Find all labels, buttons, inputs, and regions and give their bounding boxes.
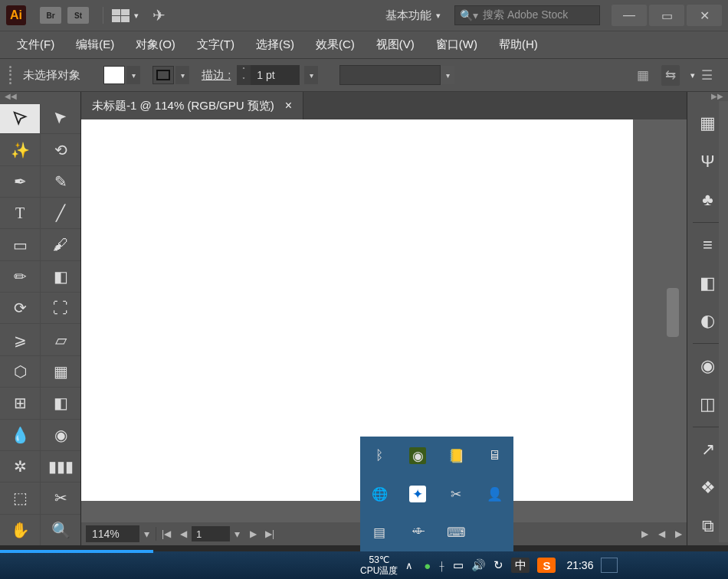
user-tray-icon[interactable]: 👤 [486,486,503,502]
menu-type[interactable]: 文字(T) [186,34,245,55]
arrange-documents-button[interactable] [111,8,130,22]
h-scroll-end[interactable]: ▶ [670,528,687,539]
collapse-tools-icon[interactable]: ◀◀ [0,92,80,104]
slice-tool[interactable]: ✂ [41,483,80,513]
stroke-panel-icon[interactable]: ≡ [695,232,721,258]
pen-tool[interactable]: ✒ [0,166,40,197]
close-button[interactable]: ✕ [687,5,722,26]
layers-panel-icon[interactable]: ❖ [695,475,721,501]
line-segment-tool[interactable]: ╱ [41,198,80,228]
bluetooth-tray-icon[interactable]: ᛒ [371,447,388,464]
stock-search-input[interactable]: 🔍▾ 搜索 Adobe Stock [454,5,600,25]
zoom-tool[interactable]: 🔍 [41,515,80,545]
menu-effect[interactable]: 效果(C) [305,34,366,55]
selection-tool[interactable] [0,104,40,133]
width-tool[interactable]: ⩾ [0,324,40,355]
sync-tray-icon[interactable]: ↻ [494,558,503,572]
type-tool[interactable]: T [0,198,40,228]
artboard-number-input[interactable] [192,526,230,541]
stroke-weight-input[interactable] [251,65,300,85]
stroke-weight-stepper[interactable]: ˄˅ [237,65,300,85]
keyboard-tray-icon[interactable]: ⌨ [448,524,464,541]
gradient-tool[interactable]: ◧ [41,388,80,418]
artboard-canvas[interactable] [81,119,633,501]
curvature-tool[interactable]: ✎ [41,166,80,197]
align-icon[interactable]: ▦ [637,67,649,83]
rotate-tool[interactable]: ⟳ [0,293,40,323]
tray-expand-button[interactable]: ∧ [405,560,413,571]
transparency-panel-icon[interactable]: ◐ [695,308,721,334]
chevron-down-icon[interactable]: ▾ [134,11,139,21]
drive-tray-icon[interactable]: ▤ [371,524,388,541]
bridge-button[interactable]: Br [40,7,61,24]
stock-button[interactable]: St [67,7,89,24]
menu-select[interactable]: 选择(S) [245,34,305,55]
free-transform-tool[interactable]: ▱ [41,324,80,355]
graphic-styles-panel-icon[interactable]: ◫ [695,391,721,417]
eyedropper-tool[interactable]: 💧 [0,420,40,450]
wechat-tray-icon[interactable]: ● [424,559,431,572]
menu-window[interactable]: 窗口(W) [425,34,488,55]
browser-tray-icon[interactable]: 🌐 [371,486,388,502]
artboards-panel-icon[interactable]: ⧉ [695,513,721,539]
remote-desktop-tray-icon[interactable]: 🖥 [486,447,503,464]
direct-selection-tool[interactable] [41,104,80,133]
zoom-level-input[interactable]: 114% [86,525,139,542]
usb-tray-icon[interactable]: ⬲ [409,524,426,541]
wifi-tray-icon[interactable]: ⟊ [438,559,445,572]
prev-artboard-button[interactable]: ◀ [175,528,192,539]
workspace-selector[interactable]: 基本功能 ▾ [378,5,448,26]
sogou-ime-icon[interactable]: S [537,558,556,573]
action-center-button[interactable] [601,558,618,573]
scrollbar-thumb[interactable] [667,288,679,337]
brush-dropdown[interactable]: ▾ [441,66,454,84]
swatches-panel-icon[interactable]: ▦ [695,110,721,136]
fill-dropdown[interactable]: ▾ [126,66,140,84]
eraser-tool[interactable]: ◧ [41,261,80,292]
rectangle-tool[interactable]: ▭ [0,229,40,260]
stroke-label[interactable]: 描边 : [202,68,231,83]
shaper-tool[interactable]: ✏ [0,261,40,292]
app-right-scrollbar[interactable] [719,101,728,542]
vertical-scrollbar[interactable] [667,119,679,522]
h-scroll-right[interactable]: ▶ [636,528,653,539]
step-up-icon[interactable]: ˄ [237,65,251,75]
menu-edit[interactable]: 编辑(E) [65,34,125,55]
first-artboard-button[interactable]: |◀ [158,528,175,539]
menu-help[interactable]: 帮助(H) [488,34,549,55]
evernote-tray-icon[interactable]: 📒 [448,447,464,464]
clock[interactable]: 21:36 [566,559,593,571]
artboard-tool[interactable]: ⬚ [0,483,40,513]
blend-tool[interactable]: ◉ [41,420,80,450]
lasso-tool[interactable]: ⟲ [41,134,80,165]
symbol-sprayer-tool[interactable]: ✲ [0,451,40,482]
nvidia-tray-icon[interactable]: ◉ [409,447,426,464]
menu-file[interactable]: 文件(F) [6,34,65,55]
gpu-performance-icon[interactable]: ✈ [152,6,166,25]
battery-tray-icon[interactable]: ▭ [453,558,464,572]
mesh-tool[interactable]: ⊞ [0,388,40,418]
hand-tool[interactable]: ✋ [0,515,40,545]
brushes-panel-icon[interactable]: Ψ [695,149,721,175]
chevron-down-icon[interactable]: ▾ [690,70,695,80]
document-tab[interactable]: 未标题-1 @ 114% (RGB/GPU 预览) × [81,92,303,119]
minimize-button[interactable]: ― [612,5,647,26]
shape-builder-tool[interactable]: ⬡ [0,356,40,387]
volume-tray-icon[interactable]: 🔊 [471,558,486,572]
close-tab-icon[interactable]: × [285,99,292,113]
stroke-swatch[interactable] [152,66,174,84]
paintbrush-tool[interactable]: 🖌 [41,229,80,260]
last-artboard-button[interactable]: ▶| [261,528,278,539]
fill-swatch[interactable] [103,66,125,84]
gradient-panel-icon[interactable]: ◧ [695,270,721,296]
zoom-dropdown-icon[interactable]: ▾ [139,528,154,540]
menu-view[interactable]: 视图(V) [366,34,425,55]
security-tray-icon[interactable]: ✦ [409,486,426,502]
panel-menu-icon[interactable]: ☰ [701,67,713,83]
step-down-icon[interactable]: ˅ [237,75,251,85]
cpu-temp-widget[interactable]: 53℃ CPU温度 [360,554,398,576]
symbols-panel-icon[interactable]: ♣ [695,187,721,213]
artboard-dropdown-icon[interactable]: ▾ [230,528,244,540]
stroke-dropdown[interactable]: ▾ [175,66,189,84]
preferences-icon[interactable]: ⇆ [661,65,680,86]
